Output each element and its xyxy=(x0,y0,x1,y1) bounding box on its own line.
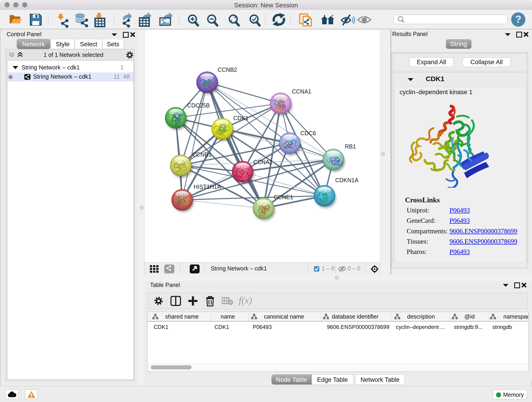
svg-text:CDC6: CDC6 xyxy=(300,130,316,136)
svg-text:CCNA2: CCNA2 xyxy=(253,159,273,165)
svg-text:CDK1: CDK1 xyxy=(233,115,249,121)
svg-text:?: ? xyxy=(515,13,521,25)
svg-text:CCNE1: CCNE1 xyxy=(274,194,293,200)
svg-text:CCNB1: CCNB1 xyxy=(192,151,212,158)
svg-text:CDKN1A: CDKN1A xyxy=(335,177,359,183)
svg-text:CDC25B: CDC25B xyxy=(187,102,210,109)
svg-text:CCNA1: CCNA1 xyxy=(292,88,311,95)
svg-text:HIST1H1A: HIST1H1A xyxy=(194,184,221,190)
svg-text:RB1: RB1 xyxy=(345,143,356,150)
svg-text:CCNB2: CCNB2 xyxy=(218,66,237,73)
